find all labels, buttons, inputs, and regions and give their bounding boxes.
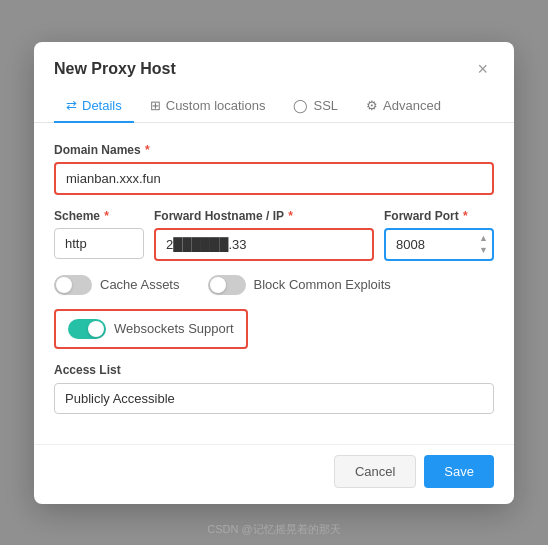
access-list-label: Access List	[54, 363, 494, 377]
scheme-group: Scheme *	[54, 209, 144, 261]
websockets-track	[68, 319, 106, 339]
fwd-hostname-input[interactable]	[154, 228, 374, 261]
tabs-bar: ⇄ Details ⊞ Custom locations ◯ SSL ⚙ Adv…	[34, 80, 514, 123]
ssl-icon: ◯	[293, 98, 308, 113]
scheme-input[interactable]	[54, 228, 144, 259]
cache-assets-track	[54, 275, 92, 295]
fwd-port-label: Forward Port *	[384, 209, 494, 223]
cache-assets-toggle[interactable]	[54, 275, 92, 295]
connection-row: Scheme * Forward Hostname / IP * Forward…	[54, 209, 494, 261]
websockets-thumb	[88, 321, 104, 337]
tab-custom-locations[interactable]: ⊞ Custom locations	[138, 90, 278, 123]
cache-block-row: Cache Assets Block Common Exploits	[54, 275, 494, 295]
block-exploits-track	[208, 275, 246, 295]
fwd-hostname-label: Forward Hostname / IP *	[154, 209, 374, 223]
block-exploits-label: Block Common Exploits	[254, 277, 391, 292]
custom-locations-icon: ⊞	[150, 98, 161, 113]
modal-title: New Proxy Host	[54, 60, 176, 78]
access-list-input[interactable]	[54, 383, 494, 414]
websockets-toggle[interactable]	[68, 319, 106, 339]
watermark: CSDN @记忆摇晃着的那天	[207, 522, 340, 537]
tab-advanced-label: Advanced	[383, 98, 441, 113]
cache-assets-thumb	[56, 277, 72, 293]
close-button[interactable]: ×	[471, 58, 494, 80]
new-proxy-host-modal: New Proxy Host × ⇄ Details ⊞ Custom loca…	[34, 42, 514, 504]
save-button[interactable]: Save	[424, 455, 494, 488]
websockets-label: Websockets Support	[114, 321, 234, 336]
modal-footer: Cancel Save	[34, 444, 514, 504]
tab-ssl-label: SSL	[313, 98, 338, 113]
cancel-button[interactable]: Cancel	[334, 455, 416, 488]
websockets-box: Websockets Support	[54, 309, 248, 349]
tab-details-label: Details	[82, 98, 122, 113]
scheme-label: Scheme *	[54, 209, 144, 223]
details-icon: ⇄	[66, 98, 77, 113]
advanced-icon: ⚙	[366, 98, 378, 113]
tab-advanced[interactable]: ⚙ Advanced	[354, 90, 453, 123]
block-exploits-item: Block Common Exploits	[208, 275, 391, 295]
modal-header: New Proxy Host ×	[34, 42, 514, 80]
port-down-button[interactable]: ▼	[477, 245, 490, 256]
block-exploits-thumb	[210, 277, 226, 293]
fwd-hostname-group: Forward Hostname / IP *	[154, 209, 374, 261]
block-exploits-toggle[interactable]	[208, 275, 246, 295]
cache-assets-item: Cache Assets	[54, 275, 180, 295]
domain-names-label: Domain Names *	[54, 143, 494, 157]
tab-details[interactable]: ⇄ Details	[54, 90, 134, 123]
port-up-button[interactable]: ▲	[477, 233, 490, 244]
tab-ssl[interactable]: ◯ SSL	[281, 90, 350, 123]
modal-overlay: New Proxy Host × ⇄ Details ⊞ Custom loca…	[0, 0, 548, 545]
port-spinners: ▲ ▼	[477, 233, 490, 256]
domain-names-group: Domain Names *	[54, 143, 494, 195]
access-list-group: Access List	[54, 363, 494, 414]
tab-custom-locations-label: Custom locations	[166, 98, 266, 113]
fwd-port-group: Forward Port * ▲ ▼	[384, 209, 494, 261]
modal-body: Domain Names * Scheme * Forward Hostname…	[34, 123, 514, 444]
domain-names-input[interactable]	[54, 162, 494, 195]
fwd-port-wrap: ▲ ▼	[384, 228, 494, 261]
cache-assets-label: Cache Assets	[100, 277, 180, 292]
